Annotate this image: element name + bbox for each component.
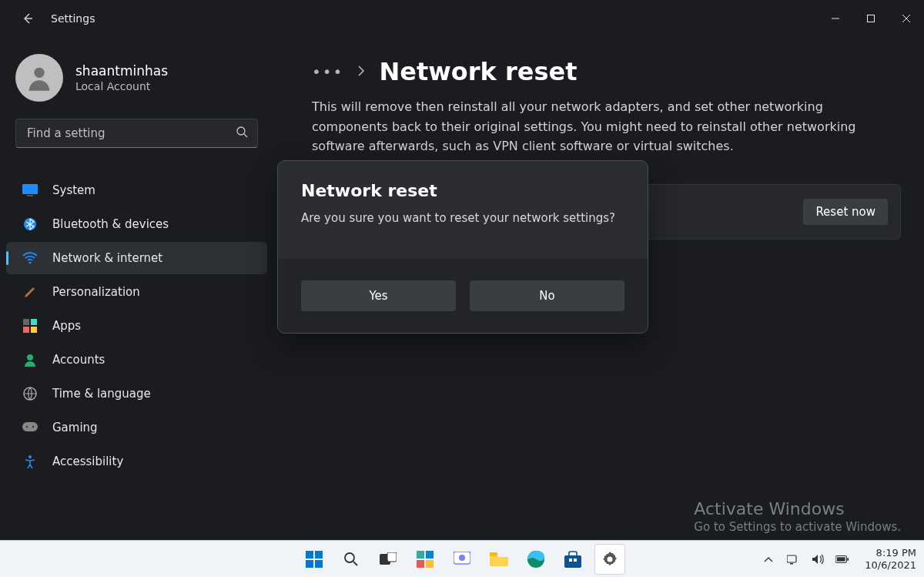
arrow-left-icon [22,12,34,25]
sidebar-item-network[interactable]: Network & internet [6,242,267,274]
sidebar-item-system[interactable]: System [6,174,267,206]
svg-rect-40 [837,557,845,561]
user-subtitle: Local Account [75,80,168,92]
sidebar-item-label: Bluetooth & devices [52,217,169,231]
task-view-icon [380,552,397,566]
edge-icon [527,551,544,568]
taskbar-center [299,544,625,575]
svg-point-14 [26,426,28,428]
svg-point-1 [34,68,44,78]
clock-date: 10/6/2021 [865,559,916,572]
activation-watermark: Activate Windows Go to Settings to activ… [694,499,901,534]
sidebar-item-label: Network & internet [52,251,162,265]
dialog-message: Are you sure you want to reset your netw… [301,211,624,225]
taskbar: 8:19 PM 10/6/2021 [0,540,924,577]
back-button[interactable] [15,12,40,25]
svg-rect-4 [27,195,33,196]
breadcrumb: ••• Network reset [312,57,901,86]
svg-rect-19 [306,560,313,568]
sidebar-item-accounts[interactable]: Accounts [6,344,267,376]
folder-icon [490,552,508,566]
search-box[interactable] [15,119,258,148]
page-description: This will remove then reinstall all your… [312,97,897,156]
accessibility-icon [22,453,38,470]
volume-tray-icon[interactable] [811,554,825,565]
tray-chevron-up-icon[interactable] [762,556,775,562]
svg-point-16 [28,455,32,458]
avatar [15,54,63,102]
sidebar: shaantminhas Local Account System Blueto… [0,37,273,540]
svg-point-29 [459,555,465,561]
sidebar-item-time-language[interactable]: Time & language [6,377,267,410]
chat-button[interactable] [447,544,477,575]
more-icon[interactable]: ••• [312,62,343,81]
sidebar-item-label: Time & language [52,387,151,401]
gamepad-icon [22,419,38,436]
svg-rect-26 [417,560,424,568]
sidebar-item-label: Accessibility [52,455,123,468]
search-icon [236,126,248,141]
svg-point-11 [27,354,33,361]
svg-rect-30 [490,552,497,556]
dialog-no-button[interactable]: No [470,280,624,311]
task-view-button[interactable] [373,544,403,575]
edge-button[interactable] [521,544,551,575]
sidebar-item-gaming[interactable]: Gaming [6,411,267,444]
system-tray: 8:19 PM 10/6/2021 [762,541,916,577]
sidebar-item-bluetooth[interactable]: Bluetooth & devices [6,208,267,240]
svg-point-35 [608,556,613,562]
titlebar: Settings [0,0,924,37]
svg-rect-9 [23,327,29,333]
sidebar-item-accessibility[interactable]: Accessibility [6,445,267,478]
dialog-yes-button[interactable]: Yes [301,280,456,311]
svg-rect-10 [31,327,37,333]
globe-icon [22,385,38,402]
search-icon [343,552,359,567]
svg-rect-32 [564,555,581,568]
reset-now-button[interactable]: Reset now [803,199,888,225]
network-tray-icon[interactable] [786,554,800,565]
windows-logo-icon [306,551,323,568]
file-explorer-button[interactable] [484,544,514,575]
close-button[interactable] [889,0,924,37]
user-name: shaantminhas [75,63,168,79]
taskbar-search-button[interactable] [336,544,367,575]
sidebar-item-label: Accounts [52,353,105,367]
sidebar-item-personalization[interactable]: Personalization [6,276,267,308]
confirm-dialog: Network reset Are you sure you want to r… [277,160,648,334]
wifi-icon [22,250,38,267]
sidebar-item-label: System [52,183,95,197]
dialog-title: Network reset [301,181,624,200]
sidebar-item-label: Gaming [52,421,98,434]
settings-app-button[interactable] [594,544,625,575]
bluetooth-icon [22,216,38,233]
store-button[interactable] [557,544,588,575]
svg-rect-25 [426,551,434,559]
svg-rect-24 [417,551,424,559]
activation-title: Activate Windows [694,499,901,518]
sidebar-item-label: Apps [52,319,81,333]
svg-rect-20 [315,560,323,568]
widgets-button[interactable] [410,544,440,575]
svg-rect-8 [31,319,37,325]
minimize-button[interactable] [818,0,853,37]
svg-point-2 [237,127,245,135]
clock[interactable]: 8:19 PM 10/6/2021 [865,547,916,571]
monitor-icon [22,182,38,199]
battery-tray-icon[interactable] [835,555,849,564]
svg-rect-18 [315,551,323,559]
chevron-right-icon [357,65,365,79]
maximize-button[interactable] [853,0,889,37]
close-icon [902,14,911,23]
svg-rect-13 [22,422,38,431]
brush-icon [22,283,38,300]
svg-rect-3 [22,184,38,194]
search-input[interactable] [25,126,236,141]
sidebar-item-apps[interactable]: Apps [6,310,267,342]
window-controls [818,0,924,37]
user-block[interactable]: shaantminhas Local Account [0,54,273,119]
start-button[interactable] [299,544,330,575]
svg-point-21 [345,553,354,562]
nav: System Bluetooth & devices Network & int… [0,163,273,478]
activation-subtitle: Go to Settings to activate Windows. [694,520,901,534]
